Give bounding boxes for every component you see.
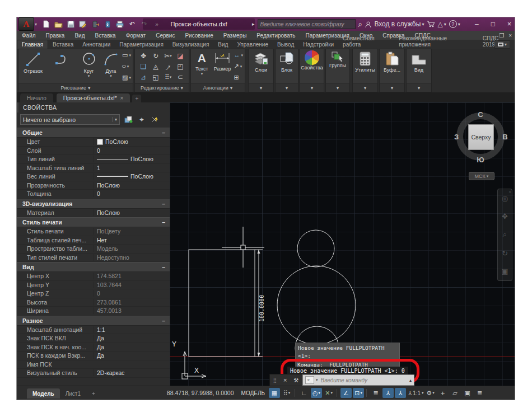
tab-featured-apps[interactable]: Рекомендованные приложения <box>394 34 478 49</box>
prop-row[interactable]: Вес линийПоСлою <box>17 172 170 181</box>
panel-layers-flyout[interactable]: ▾ <box>249 83 273 92</box>
scale-icon[interactable]: ◱ <box>152 73 158 81</box>
snap-toggle[interactable]: ⠿▾ <box>281 388 292 398</box>
grip-dots-icon[interactable]: ⣿ <box>273 377 277 383</box>
layers-icon[interactable] <box>253 50 269 67</box>
tab-insert[interactable]: Вставка <box>48 40 78 49</box>
rotate-icon[interactable]: ↻ <box>153 52 158 60</box>
text-button[interactable]: А Текст ▾ <box>192 50 212 82</box>
pan-icon[interactable]: ✥ <box>502 212 508 221</box>
viewcube-west[interactable]: З <box>454 133 459 141</box>
tab-addins[interactable]: Надстройки <box>298 40 338 49</box>
workspace-gear-button[interactable]: ⚙▾ <box>425 388 436 398</box>
panel-block-flyout[interactable]: ▾ <box>276 83 298 92</box>
prop-row[interactable]: Знак ПСК ВКЛДа <box>17 334 170 343</box>
annotation-visibility-toggle[interactable]: ⅄ <box>382 388 394 398</box>
array-icon[interactable]: ⠿▾ <box>165 73 171 81</box>
menu-modify[interactable]: Редактировать <box>251 32 300 39</box>
menu-edit[interactable]: Правка <box>41 32 70 39</box>
signin-button[interactable]: Вход в службы▾ <box>374 20 424 28</box>
command-input[interactable] <box>320 377 408 384</box>
viewcube-east[interactable]: В <box>502 133 507 141</box>
clipboard-icon[interactable] <box>384 50 400 67</box>
command-line[interactable]: >_ ▾ ▴ <box>302 374 414 386</box>
prop-row[interactable]: Масштаб типа линий1 <box>17 164 170 173</box>
properties-wheel-icon[interactable] <box>305 50 319 65</box>
arc-dropdown-icon[interactable]: ▾ <box>110 74 112 77</box>
tab-manage[interactable]: Управление <box>232 40 273 49</box>
tab-visualize[interactable]: Визуализация <box>168 40 213 49</box>
polyline-button[interactable]: Полилиния <box>46 50 78 82</box>
prop-row[interactable]: ЦветПоСлою <box>17 138 170 147</box>
layout-add-tab[interactable]: + <box>86 388 101 399</box>
viewcube-north[interactable]: С <box>478 110 483 119</box>
ellipse-tool-icon[interactable]: ○ <box>122 63 127 69</box>
rectangle-tool-icon[interactable]: ▭ <box>122 51 128 58</box>
minimize-button[interactable]: – <box>475 20 479 28</box>
section-misc[interactable]: Разное– <box>17 316 170 326</box>
panel-properties-flyout[interactable]: ▾ <box>300 83 324 92</box>
menu-view[interactable]: Вид <box>69 32 90 39</box>
model-tab[interactable]: Модель <box>27 388 60 399</box>
ortho-toggle[interactable]: ∟ <box>298 388 310 398</box>
customization-menu-button[interactable]: ≣ <box>474 388 486 398</box>
close-button[interactable]: × <box>507 20 511 28</box>
save-icon[interactable] <box>66 20 75 29</box>
isolate-objects-button[interactable]: ▱ <box>450 388 461 398</box>
wcs-button[interactable]: МСК▾ <box>469 172 494 180</box>
prop-row[interactable]: Тип линийПоСлою <box>17 155 170 164</box>
dimension-button[interactable]: Размер <box>212 50 234 82</box>
drawing-canvas[interactable]: 100.0000 Y X С В Ю <box>170 102 515 386</box>
space-toggle-button[interactable]: МОДЕЛЬ <box>239 389 268 397</box>
block-icon[interactable] <box>278 50 295 67</box>
menu-format[interactable]: Формат <box>121 32 151 39</box>
save-web-mobile-icon[interactable] <box>103 20 112 29</box>
section-general[interactable]: Общие– <box>17 128 170 138</box>
file-tab-close-icon[interactable]: × <box>120 95 124 101</box>
erase-icon[interactable]: ◪ <box>177 52 183 60</box>
panel-clipboard-flyout[interactable]: ▾ <box>380 83 404 92</box>
open-file-icon[interactable] <box>54 20 63 29</box>
save-as-icon[interactable] <box>78 20 87 29</box>
prop-row[interactable]: Знак ПСК в нач. коо...Да <box>17 343 170 352</box>
autodesk-exchange-icon[interactable]: △▾ <box>437 20 446 28</box>
object-snap-tracking-toggle[interactable]: ✕▾ <box>323 388 334 398</box>
auto-annotation-scale-toggle[interactable]: ⅄ <box>395 388 406 398</box>
polar-tracking-toggle[interactable]: ◴▾ <box>311 388 322 398</box>
prop-row[interactable]: Масштаб аннотаций1:1 <box>17 326 170 335</box>
leader-icon[interactable]: ↗ <box>234 63 239 69</box>
command-dock-grip[interactable]: ⣿ × ⚒ <box>269 374 302 386</box>
viewcube-face-top[interactable]: Сверху <box>468 124 494 150</box>
arc-button[interactable]: Дуга ▾ <box>100 50 122 82</box>
maximize-button[interactable]: □ <box>491 20 495 28</box>
line-button[interactable]: Отрезок <box>20 50 46 82</box>
selection-dropdown[interactable]: Ничего не выбрано▾ <box>20 114 120 125</box>
hatch-tool-icon[interactable]: ▨ <box>122 74 128 81</box>
quick-select-button[interactable] <box>150 115 160 124</box>
dynamic-input-toggle[interactable]: ∠ <box>340 388 352 398</box>
copy-icon[interactable]: ❏ <box>141 63 147 71</box>
circle-button[interactable]: Круг ▾ <box>77 50 100 82</box>
tab-view[interactable]: Вид <box>213 40 232 49</box>
navbar-close-icon[interactable]: × <box>508 189 511 194</box>
search-input[interactable] <box>258 19 356 29</box>
table-icon[interactable]: ⊞ <box>234 74 239 81</box>
file-tab-start[interactable]: Начало <box>20 93 53 102</box>
prop-row[interactable]: Толщина0 <box>17 190 170 199</box>
chevron-down-icon[interactable]: ▾ <box>112 117 117 122</box>
tab-collaborate[interactable]: Совместная работа <box>338 34 394 49</box>
prop-row[interactable]: Слой0 <box>17 147 170 156</box>
user-icon[interactable] <box>365 21 371 27</box>
panel-groups-flyout[interactable]: ▾ <box>326 83 349 92</box>
stretch-icon[interactable]: ⊿ <box>141 73 146 81</box>
menu-dimension[interactable]: Размеры <box>218 32 252 39</box>
menu-tools[interactable]: Сервис <box>151 32 180 39</box>
prop-row[interactable]: Стиль печатиПоЦвету <box>17 227 170 236</box>
tab-home[interactable]: Главная <box>17 40 48 49</box>
undo-icon[interactable]: ↶ <box>128 20 137 29</box>
open-web-mobile-icon[interactable] <box>91 20 100 29</box>
collapse-icon[interactable]: – <box>162 129 165 136</box>
move-icon[interactable]: ✥ <box>141 52 146 60</box>
steering-wheel-icon[interactable]: ◎ <box>502 194 508 203</box>
prop-row[interactable]: ПСК в каждом Вэкр...Да <box>17 352 170 360</box>
